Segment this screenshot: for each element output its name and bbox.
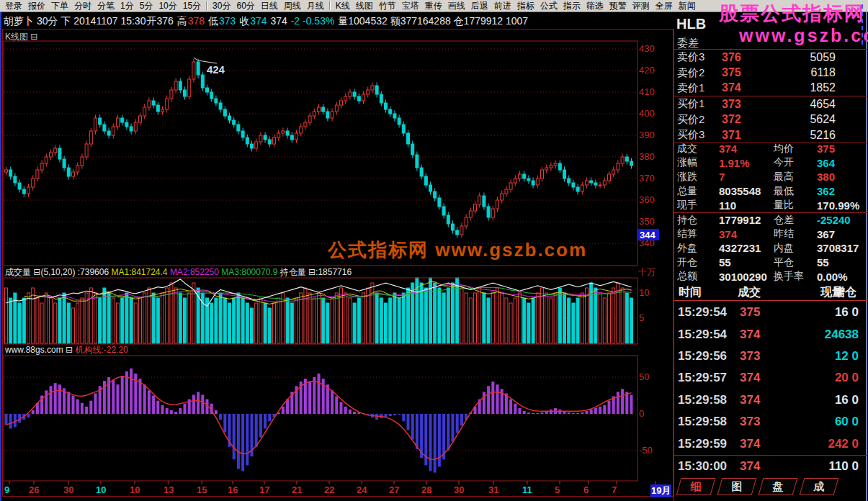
orderbook-row[interactable]: 卖价13741852 (674, 81, 867, 96)
candle-body (139, 116, 142, 122)
stats-row: 总额30100290换手率0.00% (674, 269, 867, 284)
charts-canvas[interactable]: 430420410400390380370360350340424公式指标网 w… (0, 0, 674, 501)
tick-row[interactable]: 15:29:5737420 0 (674, 367, 867, 389)
tick-row[interactable]: 15:29:5637312 0 (674, 346, 867, 367)
volume-bar (192, 283, 195, 343)
orderbook-price: 373 (722, 98, 762, 111)
indicator-bar (558, 410, 561, 414)
candle-body (72, 172, 75, 176)
volume-bar (407, 288, 410, 343)
candle-body (452, 224, 455, 230)
volume-bar (5, 288, 8, 343)
indicator-bar (617, 392, 619, 414)
tick-qty: 20 0 (779, 371, 867, 385)
indicator-bar (411, 414, 414, 440)
tick-row[interactable]: 15:29:5837416 0 (674, 389, 867, 411)
candle-body (576, 187, 579, 191)
tick-row[interactable]: 15:29:59374242 0 (674, 433, 867, 454)
tick-time: 15:29:58 (674, 393, 740, 407)
tick-row[interactable]: 15:29:5437516 0 (674, 302, 867, 323)
candle-body (304, 122, 307, 127)
last-low-label: 344 (640, 230, 656, 240)
candle-body (255, 142, 258, 148)
stat-value: 367 (817, 228, 867, 240)
tick-price: 374 (740, 437, 779, 451)
volume-bar (389, 298, 392, 343)
tab-成[interactable]: 成 (800, 478, 839, 495)
volume-bar (621, 288, 624, 343)
volume-bar (210, 303, 213, 343)
volume-bar (112, 298, 115, 343)
tab-细[interactable]: 细 (676, 478, 716, 495)
volume-bar (519, 293, 522, 343)
indicator-bar (434, 414, 437, 473)
tick-table[interactable]: 15:29:5437516 015:29:543742463815:29:563… (674, 302, 867, 477)
tick-price: 373 (740, 349, 779, 364)
candle-body (568, 179, 571, 183)
tick-qty: 242 0 (779, 437, 867, 451)
header-segment: www.88gs.com ⊟ (5, 345, 75, 355)
candle-body (22, 189, 25, 194)
candle-body (170, 90, 173, 99)
tab-图[interactable]: 图 (717, 478, 757, 495)
tick-row[interactable]: 15:29:5837360 0 (674, 411, 867, 433)
time-axis[interactable]: 92630101013151617212224272830311156719月 (0, 484, 674, 496)
indicator-bar (452, 414, 455, 442)
indicator-bar (32, 410, 35, 414)
candle-body (121, 118, 124, 122)
tick-price: 374 (740, 459, 779, 474)
orderbook-row[interactable]: 卖价23756118 (674, 65, 867, 80)
indicator-bar (139, 379, 142, 414)
candle-body (32, 179, 35, 187)
tick-row[interactable]: 15:29:5437424638 (674, 323, 867, 345)
stat-label: 结算 (674, 227, 719, 240)
volume-bar (161, 293, 164, 343)
indicator-bar (586, 411, 589, 414)
orderbook-row[interactable]: 卖价33765059 (674, 50, 867, 65)
candle-body (228, 116, 231, 120)
tick-time: 15:29:54 (674, 305, 740, 320)
volume-bar (398, 298, 401, 343)
stat-label: 开仓 (674, 256, 719, 269)
candle-body (192, 62, 195, 79)
stat-label: 平仓 (774, 256, 817, 269)
candle-body (58, 148, 61, 159)
candle-body (558, 163, 561, 170)
volume-bar (375, 293, 378, 343)
volume-bar (255, 303, 258, 343)
candle-body (434, 191, 437, 198)
vol-axis-label: 10 (639, 287, 649, 298)
orderbook-row[interactable]: 买价23725624 (674, 112, 867, 127)
indicator-bar (54, 383, 57, 414)
indicator-bar (456, 414, 459, 433)
tick-row[interactable]: 15:30:00374110 0 (674, 455, 867, 477)
volume-bar (286, 298, 289, 343)
orderbook-row[interactable]: 买价13734654 (674, 96, 867, 112)
volume-bar (223, 298, 226, 343)
header-segment: MA2:852250 (170, 267, 221, 277)
orderbook-row[interactable]: 买价33715216 (674, 127, 867, 143)
volume-bar (174, 288, 177, 343)
tab-盘[interactable]: 盘 (759, 478, 798, 495)
volume-bar (402, 293, 405, 343)
indicator-bar (192, 394, 195, 414)
volume-bar (300, 293, 303, 343)
stat-label: 总量 (674, 185, 719, 198)
indicator-bar (72, 396, 75, 415)
volume-bar (40, 303, 43, 343)
stats-row: 涨跌7最高380 (674, 170, 867, 184)
pane-frame (4, 41, 637, 266)
menu-item-新闻[interactable]: 新闻 (676, 0, 699, 12)
volume-bar (434, 283, 437, 343)
candle-body (134, 122, 137, 131)
stat-label: 最低 (774, 185, 817, 198)
indicator-bar (5, 414, 8, 425)
candle-body (487, 207, 490, 217)
ind-axis-label: 50 (639, 371, 649, 382)
indicator-bar (514, 404, 516, 414)
col-time: 时间 (679, 285, 702, 300)
volume-bar (576, 298, 579, 343)
candle-body (612, 170, 615, 174)
indicator-bar (156, 401, 159, 414)
volume-bar (572, 303, 575, 343)
